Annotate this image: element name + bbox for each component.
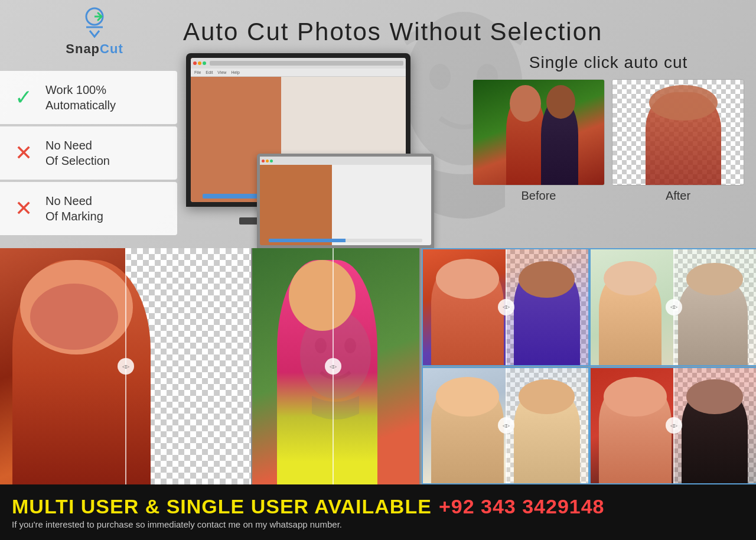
feature-list: ✓ Work 100%Automatically ✕ No NeedOf Sel… (0, 71, 177, 238)
split-line-5 (506, 368, 507, 484)
gallery-section (0, 248, 756, 484)
feature-text-no-marking: No NeedOf Marking (45, 193, 103, 224)
split-line-6 (673, 368, 674, 484)
gallery-cell-couple-glasses (422, 367, 589, 485)
bottom-main-text: MULTI USER & SINGLE USER AVAILABLE (12, 495, 432, 518)
split-handle-5[interactable] (498, 417, 514, 434)
laptop-mockup (257, 154, 434, 248)
after-image (612, 79, 744, 186)
gallery-cell-bride (0, 248, 252, 484)
feature-text-no-selection: No NeedOf Selection (45, 138, 110, 168)
cross-icon-2: ✕ (9, 194, 38, 223)
before-after-area: Single click auto cut Before (472, 53, 744, 203)
bottom-sub-text: If you're interested to purchase so imme… (12, 519, 744, 529)
top-section: SnapCut Auto Cut Photos Without Selectio… (0, 0, 756, 248)
split-handle-4[interactable] (666, 299, 682, 315)
split-handle-2[interactable] (325, 358, 341, 375)
split-line-3 (506, 249, 507, 365)
bottom-main-line: MULTI USER & SINGLE USER AVAILABLE +92 3… (12, 495, 744, 518)
snapcut-logo-icon (77, 6, 112, 41)
after-label: After (612, 189, 744, 203)
split-handle-1[interactable] (118, 358, 134, 375)
right-grid (421, 248, 756, 484)
gallery-cell-couple-red (589, 367, 756, 485)
feature-item-work100: ✓ Work 100%Automatically (0, 71, 177, 124)
split-line-1 (125, 248, 126, 484)
feature-text-work100: Work 100%Automatically (45, 82, 116, 113)
feature-item-no-selection: ✕ No NeedOf Selection (0, 126, 177, 180)
logo-area: SnapCut (6, 6, 183, 57)
single-click-title: Single click auto cut (472, 53, 744, 72)
gallery-cell-couple-bindi (422, 248, 589, 366)
before-box: Before (472, 79, 605, 203)
split-line-2 (333, 248, 334, 484)
main-title: Auto Cut Photos Without Selection (183, 18, 602, 46)
right-row-bottom (422, 367, 756, 485)
bottom-bar: MULTI USER & SINGLE USER AVAILABLE +92 3… (0, 484, 756, 540)
svg-point-7 (315, 338, 327, 353)
check-icon: ✓ (9, 83, 38, 112)
cross-icon-1: ✕ (9, 138, 38, 168)
logo-text: SnapCut (66, 41, 123, 57)
gallery-cell-saree (252, 248, 421, 484)
before-after-images: Before After (472, 79, 744, 203)
monitor-mockup: File Edit View Help (174, 53, 458, 242)
bottom-phone: +92 343 3429148 (439, 495, 605, 518)
split-line-4 (673, 249, 674, 365)
split-handle-3[interactable] (498, 299, 514, 315)
feature-item-no-marking: ✕ No NeedOf Marking (0, 182, 177, 235)
before-image (472, 79, 605, 186)
right-row-top (422, 248, 756, 367)
gallery-cell-family (589, 248, 756, 366)
before-label: Before (472, 189, 605, 203)
svg-point-8 (344, 338, 356, 353)
after-box: After (612, 79, 744, 203)
split-handle-6[interactable] (666, 417, 682, 434)
